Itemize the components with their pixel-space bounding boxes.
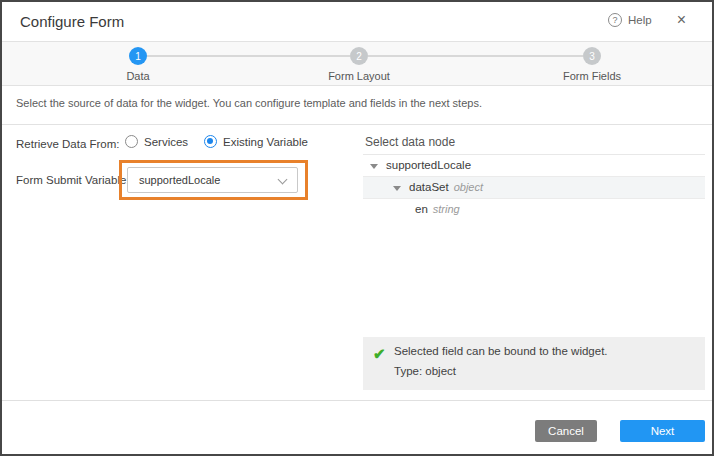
header-actions: ? Help × <box>608 13 686 27</box>
data-node-tree: supportedLocale dataSetobject enstring <box>363 154 705 337</box>
check-icon: ✔ <box>373 345 386 363</box>
step-2-number: 2 <box>356 51 362 62</box>
dialog-header: Configure Form ? Help × <box>2 2 712 42</box>
dialog-content: Retrieve Data From: Services Existing Va… <box>2 125 712 401</box>
step-3-circle[interactable]: 3 <box>583 47 601 65</box>
dialog-footer: Cancel Next <box>2 401 712 451</box>
validation-message-box: ✔ Selected field can be bound to the wid… <box>363 337 705 390</box>
tree-row-en[interactable]: enstring <box>363 199 705 221</box>
tree-node-type: string <box>433 203 460 215</box>
tree-node-label: supportedLocale <box>386 159 471 171</box>
description-text: Select the source of data for the widget… <box>16 97 698 109</box>
retrieve-data-radio-group: Services Existing Variable <box>125 135 308 148</box>
help-question-icon: ? <box>608 13 622 27</box>
retrieve-data-from-label: Retrieve Data From: <box>16 138 120 150</box>
step-1-circle[interactable]: 1 <box>129 47 147 65</box>
validation-type: Type: object <box>394 365 456 377</box>
form-submit-variable-label: Form Submit Variable: <box>16 174 130 186</box>
form-submit-variable-dropdown[interactable]: supportedLocale <box>127 167 298 193</box>
help-button[interactable]: ? Help <box>608 13 652 27</box>
step-2-label: Form Layout <box>299 70 419 82</box>
stepper-connector-1 <box>147 55 350 57</box>
dropdown-selected-value: supportedLocale <box>139 174 220 186</box>
configure-form-dialog: Configure Form ? Help × 1 2 3 Data <box>0 0 714 456</box>
step-1-label: Data <box>78 70 198 82</box>
description-row: Select the source of data for the widget… <box>2 86 712 125</box>
tree-row-supportedlocale[interactable]: supportedLocale <box>363 155 705 177</box>
help-label: Help <box>628 14 652 26</box>
select-data-node-title: Select data node <box>365 135 455 149</box>
tree-node-type: object <box>454 181 483 193</box>
tree-node-label: enstring <box>415 203 460 215</box>
screenshot-canvas: Configure Form ? Help × 1 2 3 Data <box>0 0 723 459</box>
stepper-connector-2 <box>368 55 583 57</box>
existing-variable-radio[interactable] <box>204 135 217 148</box>
tree-row-dataset[interactable]: dataSetobject <box>363 177 705 199</box>
step-3-label: Form Fields <box>532 70 652 82</box>
wizard-stepper: 1 2 3 Data Form Layout Form Fields <box>2 42 712 86</box>
services-radio-label[interactable]: Services <box>144 136 188 148</box>
existing-variable-radio-label[interactable]: Existing Variable <box>223 136 308 148</box>
caret-down-icon[interactable] <box>393 186 401 191</box>
caret-down-icon[interactable] <box>370 164 378 169</box>
tree-node-label: dataSetobject <box>409 181 483 193</box>
cancel-button[interactable]: Cancel <box>535 420 597 442</box>
services-radio[interactable] <box>125 135 138 148</box>
step-2-circle[interactable]: 2 <box>350 47 368 65</box>
step-1-number: 1 <box>135 51 141 62</box>
step-3-number: 3 <box>589 51 595 62</box>
dialog-title: Configure Form <box>20 13 124 30</box>
next-button[interactable]: Next <box>620 420 705 442</box>
chevron-down-icon <box>278 175 288 185</box>
close-icon[interactable]: × <box>677 13 686 27</box>
validation-message: Selected field can be bound to the widge… <box>394 345 608 357</box>
